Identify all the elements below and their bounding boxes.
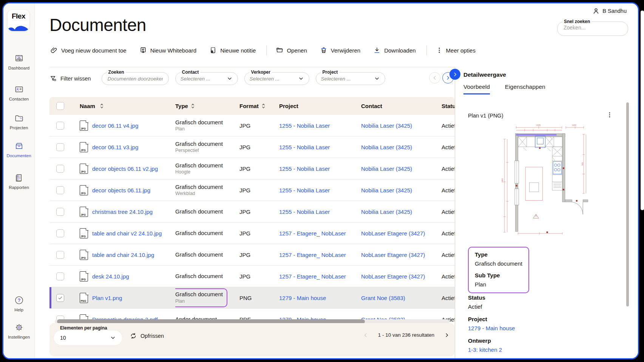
toolbar-nieuwe-notitie-button[interactable]: Nieuwe notitie (209, 46, 256, 54)
file-options-button[interactable] (605, 111, 614, 120)
contact-link[interactable]: NobLaser Etagere (3427) (361, 273, 425, 280)
user-menu[interactable]: B Sandhu (592, 7, 627, 15)
collapse-panel-button[interactable] (449, 69, 460, 80)
filter-label: Contact (181, 70, 201, 75)
toolbar-nieuw-whiteboard-button[interactable]: Nieuw Whiteboard (139, 46, 197, 54)
per-page-select[interactable]: 10 (54, 331, 122, 345)
quick-search-label: Snel zoeken (562, 19, 591, 24)
panel-scrollbar-thumb[interactable] (626, 102, 629, 306)
contact-link[interactable]: NobLaser Etagere (3427) (361, 252, 425, 258)
toolbar-button-label: Nieuw Whiteboard (150, 47, 197, 54)
sidebar-item-contacten[interactable]: Contacten (3, 84, 34, 101)
document-type: Grafisch document (175, 273, 223, 280)
document-name-link[interactable]: decor objects 06.11.jpg (92, 187, 150, 193)
refresh-button[interactable]: Opfrissen (130, 332, 164, 340)
contact-link[interactable]: Grant Noe (3583) (361, 295, 405, 301)
filter-search-input[interactable] (107, 76, 164, 82)
file-type-icon-jpg: JPG (80, 142, 88, 152)
detail-field-value[interactable]: 1-3: kitchen 2 (468, 347, 515, 353)
table-row[interactable]: JPGdecor 06.11 v3.jpgGrafisch documentPe… (49, 136, 455, 158)
filter-project[interactable]: ProjectSelecteren ... (316, 72, 385, 85)
document-name-link[interactable]: decor objects 06.11 v2.jpg (92, 166, 158, 172)
table-row[interactable]: JPGdecor 06.11 v4.jpgGrafisch documentPl… (49, 115, 455, 136)
project-link[interactable]: 1255 - Nobilia Laser (279, 122, 330, 129)
whiteboard-icon (139, 46, 147, 54)
table-row[interactable]: JPGdecor objects 06.11.jpgGrafisch docum… (49, 179, 455, 201)
filter-verkoper[interactable]: VerkoperSelecteren ... (244, 72, 309, 85)
sidebar-item-dashboard[interactable]: Dashboard (3, 53, 34, 70)
row-checkbox[interactable] (56, 165, 64, 173)
document-name-link[interactable]: table and chair v2 24.10.jpg (92, 230, 162, 237)
sidebar-item-instellingen[interactable]: Instellingen (3, 322, 34, 339)
toolbar-openen-button[interactable]: Openen (276, 46, 307, 54)
clear-filters-button[interactable]: Filter wissen (49, 75, 91, 82)
table-row[interactable]: JPGchristmas tree 24.10.jpgGrafisch docu… (49, 201, 455, 222)
project-link[interactable]: 1255 - Nobilia Laser (279, 209, 330, 215)
browser-scrollbar-strip[interactable] (641, 11, 644, 210)
contact-link[interactable]: Nobilia Laser (3425) (361, 187, 412, 193)
toolbar-verwijderen-button[interactable]: Verwijderen (320, 46, 360, 54)
svg-text:?: ? (17, 298, 20, 303)
floor-plan-preview[interactable]: 21501100 1450 960 (496, 124, 593, 238)
sidebar-item-projecten[interactable]: Projecten (3, 113, 34, 130)
document-name-link[interactable]: christmas tree 24.10.jpg (92, 209, 153, 215)
row-checkbox[interactable] (56, 251, 64, 259)
quick-search-input[interactable] (563, 24, 621, 31)
file-title-row: Plan v1 (PNG) (468, 111, 614, 120)
columns-scroll-left-button[interactable] (429, 72, 440, 84)
document-name-link[interactable]: Plan v1.png (92, 295, 122, 301)
filter-zoeken[interactable]: Zoeken (102, 72, 169, 85)
tab-voorbeeld[interactable]: Voorbeeld (463, 84, 490, 94)
document-name-link[interactable]: decor 06.11 v3.jpg (92, 144, 138, 150)
contact-link[interactable]: Nobilia Laser (3425) (361, 144, 412, 150)
contact-link[interactable]: Nobilia Laser (3425) (361, 166, 412, 172)
previous-page-button[interactable] (363, 333, 368, 338)
row-checkbox[interactable] (56, 229, 64, 237)
project-link[interactable]: 1279 - Main house (279, 295, 326, 301)
flex-logo[interactable]: Flex (8, 10, 29, 31)
toolbar-voeg-nieuw-document-toe-button[interactable]: Voeg nieuw document toe (50, 46, 127, 54)
column-header-type[interactable]: Type (175, 103, 239, 109)
project-link[interactable]: 1255 - Nobilia Laser (279, 144, 330, 150)
column-header-naam[interactable]: Naam (71, 103, 175, 109)
row-checkbox[interactable] (56, 272, 64, 280)
row-checkbox[interactable] (56, 122, 64, 130)
project-link[interactable]: 1257 - Etagere_ NobLaser (279, 252, 346, 258)
detail-field-value[interactable]: 1279 - Main house (468, 325, 515, 331)
select-all-checkbox[interactable] (56, 102, 64, 110)
row-checkbox[interactable] (56, 143, 64, 151)
column-header-format[interactable]: Format (239, 103, 279, 109)
filter-contact[interactable]: ContactSelecteren ... (175, 72, 238, 85)
row-checkbox[interactable] (56, 294, 64, 302)
sidebar-item-documenten[interactable]: Documenten (3, 141, 34, 158)
table-row[interactable]: PNGPlan v1.pngGrafisch documentPlanPNG12… (49, 287, 455, 308)
sidebar-item-rapporten[interactable]: Rapporten (3, 173, 34, 190)
table-row[interactable]: JPGtable and chair v2 24.10.jpgGrafisch … (49, 222, 455, 244)
contact-link[interactable]: NobLaser Etagere (3427) (361, 230, 425, 237)
project-link[interactable]: 1257 - Etagere_ NobLaser (279, 273, 346, 280)
row-checkbox[interactable] (56, 186, 64, 194)
project-link[interactable]: 1257 - Etagere_ NobLaser (279, 230, 346, 237)
table-header-row: NaamTypeFormatProjectContactStatus (49, 97, 455, 115)
document-name-link[interactable]: desk 24.10.jpg (92, 273, 129, 280)
document-name-link[interactable]: decor 06.11 v4.jpg (92, 122, 138, 129)
next-page-button[interactable] (444, 333, 449, 338)
project-link[interactable]: 1255 - Nobilia Laser (279, 187, 330, 193)
document-name-link[interactable]: table and chair 24.10.jpg (92, 252, 154, 258)
project-link[interactable]: 1255 - Nobilia Laser (279, 166, 330, 172)
row-checkbox[interactable] (56, 208, 64, 216)
note-add-icon (209, 46, 217, 54)
table-row[interactable]: JPGtable and chair 24.10.jpgGrafisch doc… (49, 244, 455, 265)
toolbar-meer-opties-button[interactable]: Meer opties (436, 47, 476, 54)
contact-link[interactable]: Nobilia Laser (3425) (361, 209, 412, 215)
type-highlight-outline: Grafisch documentPlan (175, 288, 227, 307)
toolbar-downloaden-button[interactable]: Downloaden (373, 46, 415, 54)
detail-panel: Detailweergave VoorbeeldEigenschappen Pl… (455, 67, 638, 358)
contact-link[interactable]: Nobilia Laser (3425) (361, 122, 412, 129)
table-row[interactable]: JPGdecor objects 06.11 v2.jpgGrafisch do… (49, 158, 455, 179)
sort-icon (190, 103, 195, 109)
table-row[interactable]: JPGdesk 24.10.jpgGrafisch documentJPG125… (49, 265, 455, 287)
flex-logo-wave (8, 23, 29, 31)
sidebar-item-help[interactable]: ?Help (3, 295, 34, 312)
tab-eigenschappen[interactable]: Eigenschappen (505, 84, 545, 94)
